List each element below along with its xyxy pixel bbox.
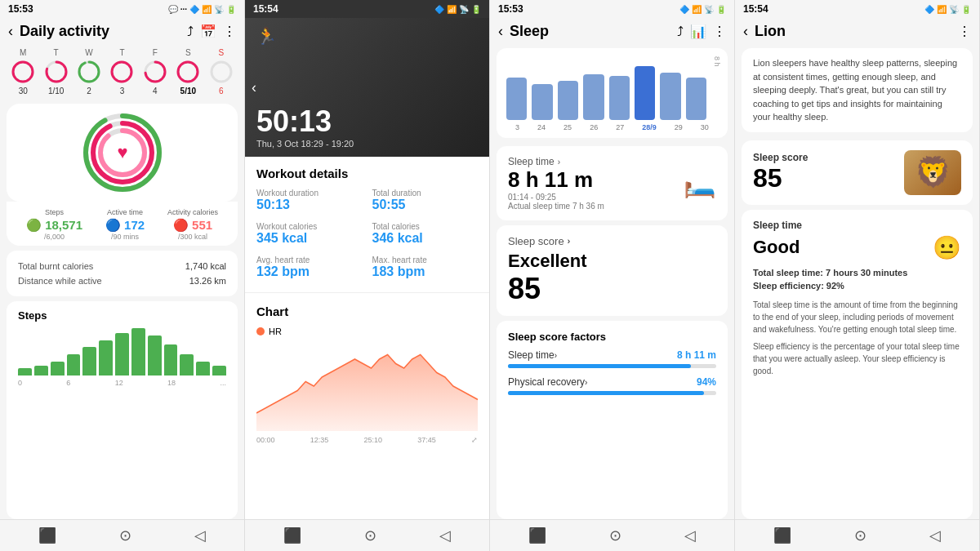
stop-button-3[interactable]: ⬛ <box>528 527 546 544</box>
panel-workout: 15:54 🔷 📶 📡 🔋 ‹ 🏃 50:13 Thu, 3 Oct 18:29… <box>245 0 490 551</box>
chart-icon-3[interactable]: 📊 <box>690 24 706 39</box>
divider-2 <box>245 292 489 293</box>
total-cal-value-2: 346 kcal <box>372 231 479 246</box>
day-num-wed: 2 <box>87 87 91 96</box>
home-button-2[interactable]: ⊙ <box>364 527 376 544</box>
bottom-nav-3: ⬛ ⊙ ◁ <box>490 519 734 551</box>
factor2-row[interactable]: Physical recovery › 94% <box>508 376 716 388</box>
day-col-sun[interactable]: S 6 <box>208 48 234 96</box>
wifi-icon-2: 📡 <box>459 5 469 14</box>
svg-point-7 <box>112 62 131 82</box>
workout-cal-label: Workout calories <box>256 222 363 231</box>
bar-8 <box>131 328 145 375</box>
bluetooth-icon-2: 🔷 <box>434 5 444 14</box>
status-icons-4: 🔷 📶 📡 🔋 <box>924 5 971 14</box>
factor1-chevron: › <box>555 351 557 360</box>
home-button-4[interactable]: ⊙ <box>854 527 866 544</box>
workout-date-display: Thu, 3 Oct 18:29 - 19:20 <box>256 139 354 149</box>
heart-ring-section: ♥ <box>7 104 238 202</box>
bar-4 <box>67 354 81 375</box>
hr-chart-svg <box>256 341 478 431</box>
sleep-score-num: 85 <box>508 272 716 306</box>
chart-labels: 0 6 12 18 ... <box>18 379 226 387</box>
stats-row: Steps 🟢 18,571 /6,000 Active time 🔵 172 … <box>7 202 238 246</box>
lion-image: 🦁 <box>904 150 961 195</box>
ring-tue <box>43 59 69 85</box>
sleep-time-section[interactable]: Sleep time › 8 h 11 m 01:14 - 09:25 Actu… <box>497 146 728 220</box>
svg-text:♥: ♥ <box>117 142 127 162</box>
status-icons-2: 🔷 📶 📡 🔋 <box>434 5 481 14</box>
factor2-value: 94% <box>697 376 716 388</box>
max-hr-label: Max. heart rate <box>372 256 479 264</box>
day-col-sat[interactable]: S 5/10 <box>175 48 201 96</box>
day-col-tue[interactable]: T 1/10 <box>43 48 69 96</box>
share-icon-3[interactable]: ⤴ <box>677 24 684 39</box>
total-duration-label: Total duration <box>372 189 479 198</box>
bottom-nav-4: ⬛ ⊙ ◁ <box>735 519 979 551</box>
dots-icon: ··· <box>180 5 187 14</box>
lion-score-section: Sleep score 85 🦁 <box>742 140 973 205</box>
more-icon-4[interactable]: ⋮ <box>958 24 971 39</box>
back-nav-button-2[interactable]: ◁ <box>439 527 451 544</box>
home-button-3[interactable]: ⊙ <box>609 527 621 544</box>
share-icon-1[interactable]: ⤴ <box>187 24 194 39</box>
day-col-thu[interactable]: T 3 <box>109 48 135 96</box>
bar-13 <box>212 366 226 375</box>
wifi-icon-3: 📡 <box>704 5 714 14</box>
workout-duration-value: 50:13 <box>256 198 363 212</box>
back-button-1[interactable]: ‹ <box>8 23 13 40</box>
distance-row: Distance while active 13.26 km <box>18 273 226 288</box>
signal-icon-2: 📶 <box>447 5 457 14</box>
sleep-time-desc-text: Total sleep time is the amount of time f… <box>753 299 961 335</box>
steps-value: 🟢 18,571 <box>26 218 82 233</box>
back-nav-button-3[interactable]: ◁ <box>684 527 696 544</box>
factor1-row[interactable]: Sleep time › 8 h 11 m <box>508 349 716 361</box>
lion-score-label: Sleep score <box>753 152 808 163</box>
total-cal-value: 1,740 kcal <box>185 261 226 271</box>
day-num-sun: 6 <box>219 87 224 96</box>
steps-goal: /6,000 <box>44 233 65 241</box>
calendar-icon-1[interactable]: 📅 <box>200 24 216 39</box>
page-title-3: Sleep <box>510 23 670 40</box>
more-icon-1[interactable]: ⋮ <box>223 24 236 39</box>
sleep-graph-section: 8 h 3 24 25 26 27 28/9 29 30 <box>497 48 728 138</box>
day-label-sun: S <box>218 48 224 57</box>
bar-1 <box>18 368 32 375</box>
sleep-bar-3 <box>558 81 578 120</box>
day-col-fri[interactable]: F 4 <box>142 48 168 96</box>
day-label-sat: S <box>185 48 191 57</box>
home-button-1[interactable]: ⊙ <box>119 527 131 544</box>
day-col-wed[interactable]: W 2 <box>76 48 102 96</box>
cal-value: 🔴 551 <box>173 218 212 233</box>
panel-lion: 15:54 🔷 📶 📡 🔋 ‹ Lion ⋮ Lion sleepers hav… <box>735 0 980 551</box>
stop-button-2[interactable]: ⬛ <box>283 527 301 544</box>
prev-workout-button[interactable]: ‹ <box>252 79 256 96</box>
stop-button-4[interactable]: ⬛ <box>773 527 791 544</box>
stop-button-1[interactable]: ⬛ <box>38 527 56 544</box>
bar-11 <box>180 354 194 375</box>
ring-mon <box>10 59 36 85</box>
day-col-mon[interactable]: M 30 <box>10 48 36 96</box>
lion-sleep-section: Sleep time Good 😐 Total sleep time: 7 ho… <box>742 210 973 520</box>
days-row: M 30 T 1/10 W 2 T <box>0 45 244 99</box>
sleep-score-section[interactable]: Sleep score › Excellent 85 <box>497 225 728 316</box>
distance-label: Distance while active <box>18 276 102 286</box>
ring-wed <box>76 59 102 85</box>
back-button-3[interactable]: ‹ <box>498 23 503 40</box>
sleep-duration-value: 8 h 11 m <box>508 167 604 193</box>
day-label-tue: T <box>54 48 59 57</box>
status-time-2: 15:54 <box>253 3 278 15</box>
back-button-4[interactable]: ‹ <box>743 23 748 40</box>
panel-daily-activity: 15:53 💬 ··· 🔷 📶 📡 🔋 ‹ Daily activity ⤴ 📅… <box>0 0 245 551</box>
workout-overlay: 50:13 Thu, 3 Oct 18:29 - 19:20 <box>256 104 354 149</box>
active-stat: Active time 🔵 172 /90 mins <box>105 208 145 241</box>
total-cal-row: Total burnt calories 1,740 kcal <box>18 259 226 273</box>
back-nav-button-1[interactable]: ◁ <box>194 527 206 544</box>
bar-7 <box>115 333 129 375</box>
total-sleep-text: Total sleep time: 7 hours 30 minutes <box>753 268 961 278</box>
sleep-bar-7 <box>686 78 706 120</box>
back-nav-button-4[interactable]: ◁ <box>929 527 941 544</box>
day-num-tue: 1/10 <box>48 87 64 96</box>
more-icon-3[interactable]: ⋮ <box>713 24 726 39</box>
total-duration-value: 50:55 <box>372 198 479 212</box>
